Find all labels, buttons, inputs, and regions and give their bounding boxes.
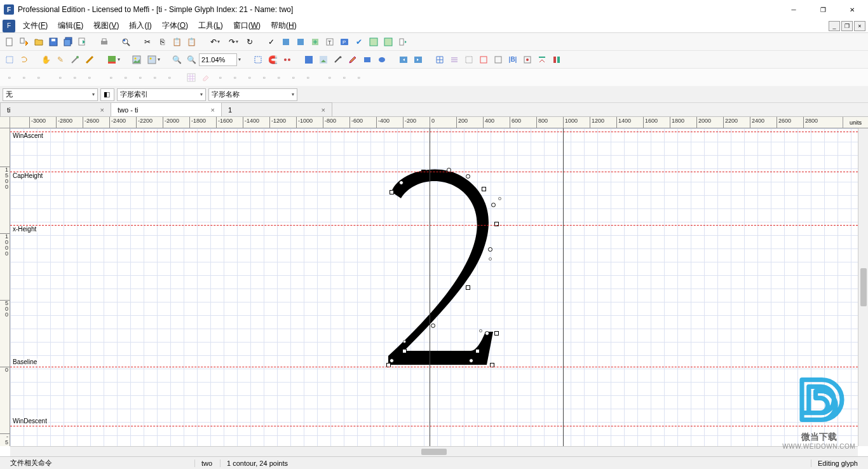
- install-icon[interactable]: [381, 35, 395, 49]
- control-point[interactable]: [431, 323, 435, 328]
- selection-tool-icon[interactable]: [3, 53, 17, 67]
- glyph-shape[interactable]: [379, 167, 506, 370]
- menu-h[interactable]: 帮助(H): [266, 18, 302, 33]
- run-icon[interactable]: [396, 35, 410, 49]
- menu-e[interactable]: 编辑(E): [53, 18, 88, 33]
- scrollbar-vertical[interactable]: [858, 128, 868, 446]
- glyph-mode-icon[interactable]: ◧: [100, 88, 114, 101]
- glyph-index-combo[interactable]: 字形索引▾: [117, 88, 206, 101]
- bearings-icon[interactable]: |B|: [506, 53, 520, 67]
- cut-icon[interactable]: ✂: [140, 35, 154, 49]
- brush-icon[interactable]: [346, 53, 360, 67]
- minimize-button[interactable]: ─: [779, 0, 808, 19]
- print-icon[interactable]: [97, 35, 111, 49]
- autokern-icon[interactable]: [294, 35, 308, 49]
- fill-color-icon[interactable]: ▾: [104, 53, 122, 67]
- bgimage-icon[interactable]: [130, 53, 144, 67]
- control-point[interactable]: [491, 203, 496, 207]
- menu-v[interactable]: 视图(V): [88, 18, 124, 33]
- validate-icon[interactable]: ✓: [264, 35, 278, 49]
- zoom-dropdown-icon[interactable]: ▾: [238, 57, 241, 62]
- control-point[interactable]: [488, 247, 492, 252]
- control-point[interactable]: [399, 180, 403, 185]
- save-icon[interactable]: [46, 35, 60, 49]
- layer-combo[interactable]: 无▾: [3, 88, 98, 101]
- undo-icon[interactable]: ↶▾: [206, 35, 224, 49]
- off-curve-point[interactable]: [479, 329, 482, 332]
- app-menu-icon[interactable]: F: [3, 20, 15, 32]
- knife-tool-icon[interactable]: [68, 53, 82, 67]
- tab-0[interactable]: ti×: [0, 102, 111, 116]
- paste-special-icon[interactable]: 📋: [184, 35, 198, 49]
- control-point[interactable]: [466, 285, 470, 290]
- ruler-horizontal[interactable]: -3000-2800-2600-2400-2200-2000-1800-1600…: [10, 117, 858, 128]
- pan-tool-icon[interactable]: ✋: [39, 53, 53, 67]
- showpoints-icon[interactable]: [280, 53, 294, 67]
- redo-icon[interactable]: ↷▾: [224, 35, 242, 49]
- drawmode-icon[interactable]: [331, 53, 345, 67]
- menu-i[interactable]: 插入(I): [124, 18, 156, 33]
- glyph-nav2-icon[interactable]: [316, 53, 330, 67]
- wizard-icon[interactable]: [17, 35, 31, 49]
- zoom-input[interactable]: [199, 53, 237, 66]
- scrollbar-horizontal[interactable]: [10, 446, 858, 456]
- test-icon[interactable]: [367, 35, 381, 49]
- lasso-tool-icon[interactable]: [17, 53, 31, 67]
- tab-1[interactable]: two - ti×: [111, 102, 222, 116]
- zoom-fit-icon[interactable]: 🔍: [184, 53, 198, 67]
- find-icon[interactable]: [119, 35, 133, 49]
- new-icon[interactable]: [3, 35, 17, 49]
- grid-icon[interactable]: [433, 53, 447, 67]
- snap-guides-icon[interactable]: [477, 53, 491, 67]
- open-icon[interactable]: [32, 35, 46, 49]
- mdi-close-button[interactable]: ×: [854, 21, 865, 31]
- control-point[interactable]: [475, 349, 480, 353]
- repeat-icon[interactable]: ↻: [243, 35, 257, 49]
- off-curve-point[interactable]: [489, 257, 492, 261]
- off-curve-point[interactable]: [403, 340, 406, 343]
- export-icon[interactable]: [76, 35, 90, 49]
- control-point[interactable]: [494, 331, 499, 336]
- autometrics-icon[interactable]: [279, 35, 293, 49]
- prev-glyph-icon[interactable]: [397, 53, 410, 67]
- table-icon[interactable]: [184, 71, 198, 85]
- control-point[interactable]: [390, 190, 394, 194]
- bgpos-icon[interactable]: ▾: [144, 53, 162, 67]
- control-point[interactable]: [482, 187, 486, 191]
- autoclose-icon[interactable]: 🧲: [266, 53, 280, 67]
- select-all-icon[interactable]: [251, 53, 265, 67]
- snap-grid-icon[interactable]: [462, 53, 476, 67]
- autohint-icon[interactable]: [308, 35, 322, 49]
- check-icon[interactable]: ✔: [352, 35, 366, 49]
- erase-icon[interactable]: [199, 71, 213, 85]
- maximize-button[interactable]: ❐: [808, 0, 837, 19]
- menu-w[interactable]: 窗口(W): [228, 18, 266, 33]
- mdi-restore-button[interactable]: ❐: [841, 21, 853, 31]
- zoom-tool-icon[interactable]: 🔍: [170, 53, 184, 67]
- control-point[interactable]: [466, 174, 470, 179]
- tab-2[interactable]: 1×: [221, 102, 332, 116]
- ruler-vertical[interactable]: 150010005000-500: [0, 128, 10, 446]
- glyph-canvas[interactable]: WinAscent CapHeight x-Height Baseline Wi…: [10, 128, 858, 446]
- glyph-name-combo[interactable]: 字形名称▾: [208, 88, 297, 101]
- pen-tool-icon[interactable]: ✎: [53, 53, 67, 67]
- copy-icon[interactable]: ⎘: [155, 35, 169, 49]
- rect-icon[interactable]: [360, 53, 374, 67]
- next-glyph-icon[interactable]: [411, 53, 425, 67]
- ellipse-icon[interactable]: [375, 53, 389, 67]
- off-curve-point[interactable]: [498, 197, 501, 200]
- save-all-icon[interactable]: [61, 35, 75, 49]
- measure-tool-icon[interactable]: [83, 53, 97, 67]
- snap-pt-icon[interactable]: [520, 53, 534, 67]
- guides-icon[interactable]: [447, 53, 461, 67]
- control-point[interactable]: [485, 331, 489, 336]
- control-point[interactable]: [390, 358, 394, 363]
- mdi-minimize-button[interactable]: _: [829, 21, 840, 31]
- control-point[interactable]: [469, 358, 473, 363]
- transform-icon[interactable]: T: [323, 35, 337, 49]
- tab-close-icon[interactable]: ×: [322, 106, 325, 114]
- control-point[interactable]: [402, 349, 407, 353]
- menu-f[interactable]: 文件(F): [18, 18, 53, 33]
- tab-close-icon[interactable]: ×: [211, 106, 215, 114]
- glyph-nav1-icon[interactable]: [302, 53, 316, 67]
